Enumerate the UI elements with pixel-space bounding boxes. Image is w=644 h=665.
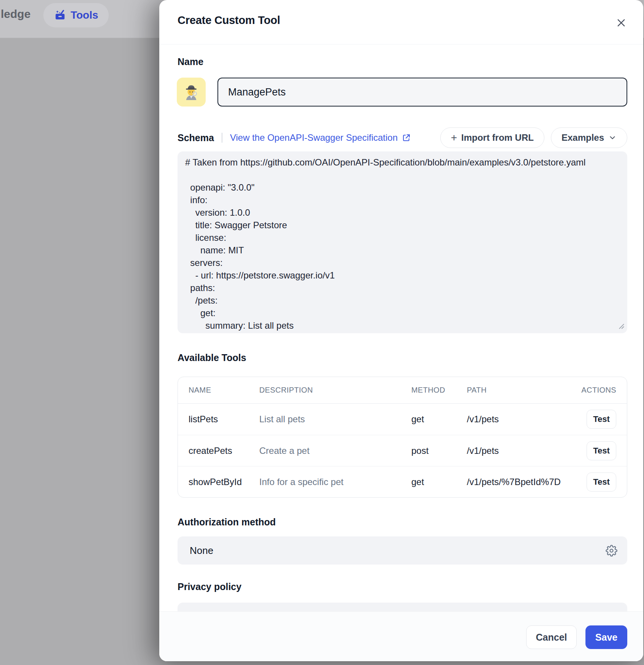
available-tools-heading: Available Tools: [178, 352, 246, 363]
toolbox-icon: [54, 9, 66, 21]
col-method: METHOD: [411, 386, 467, 395]
import-from-url-label: Import from URL: [461, 132, 534, 143]
col-name: NAME: [189, 386, 259, 395]
create-custom-tool-modal: Create Custom Tool Name: [159, 0, 643, 661]
test-button[interactable]: Test: [587, 410, 616, 429]
tool-description: Create a pet: [259, 445, 411, 456]
cancel-button[interactable]: Cancel: [526, 625, 577, 649]
authorization-method-heading: Authorization method: [178, 517, 276, 528]
detective-emoji-icon: [182, 83, 200, 101]
openapi-spec-link[interactable]: View the OpenAPI-Swagger Specification: [230, 132, 411, 143]
schema-actions: + Import from URL Examples: [440, 127, 627, 148]
schema-toolbar: Schema View the OpenAPI-Swagger Specific…: [178, 127, 627, 148]
col-description: DESCRIPTION: [259, 386, 411, 395]
available-tools-table: NAME DESCRIPTION METHOD PATH ACTIONS lis…: [178, 377, 627, 498]
tool-name: showPetById: [189, 477, 259, 487]
screen: ledge Tools Create Custom Tool: [0, 0, 644, 665]
openapi-spec-link-label: View the OpenAPI-Swagger Specification: [230, 132, 398, 143]
examples-dropdown[interactable]: Examples: [551, 127, 627, 148]
tool-method: get: [411, 477, 467, 487]
table-row: createPets Create a pet post /v1/pets Te…: [178, 435, 627, 466]
tool-path: /v1/pets: [467, 445, 574, 456]
chevron-down-icon: [608, 134, 617, 142]
import-from-url-button[interactable]: + Import from URL: [440, 127, 544, 148]
name-label: Name: [178, 56, 203, 67]
vertical-divider: [222, 133, 222, 143]
tool-path: /v1/pets/%7BpetId%7D: [467, 477, 574, 487]
privacy-policy-heading: Privacy policy: [178, 581, 241, 592]
name-input[interactable]: [217, 78, 627, 107]
test-button[interactable]: Test: [587, 473, 616, 492]
external-link-icon: [401, 133, 411, 143]
tool-description: Info for a specific pet: [259, 477, 411, 487]
schema-label: Schema: [178, 132, 214, 143]
table-header-row: NAME DESCRIPTION METHOD PATH ACTIONS: [178, 377, 627, 404]
schema-code: # Taken from https://github.com/OAI/Open…: [178, 151, 627, 333]
tab-tools[interactable]: Tools: [43, 3, 109, 27]
tab-tools-label: Tools: [71, 9, 98, 21]
tool-method: post: [411, 445, 467, 456]
plus-icon: +: [451, 132, 457, 143]
tool-name: createPets: [189, 445, 259, 456]
authorization-method-field[interactable]: None: [178, 536, 627, 565]
tool-name: listPets: [189, 414, 259, 425]
table-row: showPetById Info for a specific pet get …: [178, 466, 627, 497]
test-button[interactable]: Test: [587, 441, 616, 460]
table-row: listPets List all pets get /v1/pets Test: [178, 404, 627, 435]
col-actions: ACTIONS: [581, 386, 616, 395]
resize-handle-icon[interactable]: [619, 324, 624, 331]
tool-path: /v1/pets: [467, 414, 574, 425]
gear-icon[interactable]: [606, 545, 617, 557]
col-path: PATH: [467, 386, 574, 395]
emoji-avatar[interactable]: [177, 78, 206, 107]
schema-textarea[interactable]: # Taken from https://github.com/OAI/Open…: [178, 151, 627, 333]
close-icon[interactable]: [614, 15, 629, 30]
modal-header: Create Custom Tool: [159, 0, 643, 45]
tool-method: get: [411, 414, 467, 425]
authorization-method-value: None: [190, 545, 213, 557]
save-button[interactable]: Save: [585, 625, 627, 649]
modal-footer: Cancel Save: [159, 611, 643, 661]
examples-label: Examples: [562, 132, 604, 143]
tool-description: List all pets: [259, 414, 411, 425]
nav-item-knowledge-partial[interactable]: ledge: [1, 8, 30, 21]
modal-title: Create Custom Tool: [178, 14, 280, 27]
